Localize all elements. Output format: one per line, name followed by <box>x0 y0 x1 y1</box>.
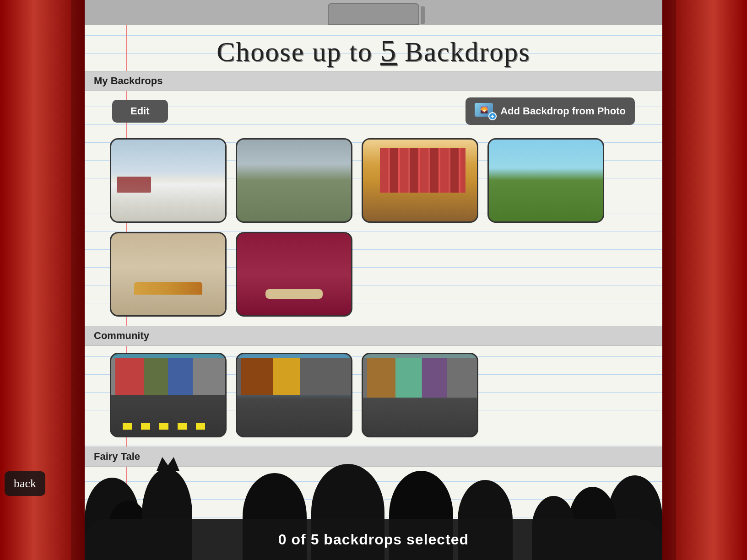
add-backdrop-label: Add Backdrop from Photo <box>500 105 626 117</box>
section-header-fairy-tale: Fairy Tale <box>85 447 662 467</box>
backdrop-red-carpet[interactable] <box>236 232 352 317</box>
status-bar: 0 of 5 backdrops selected <box>85 519 662 560</box>
my-backdrops-grid <box>85 131 662 326</box>
community-street-teal[interactable] <box>362 353 478 437</box>
edit-button[interactable]: Edit <box>112 100 168 123</box>
community-street-yellow[interactable] <box>236 353 352 437</box>
backdrop-wooden-toy[interactable] <box>110 232 227 317</box>
add-backdrop-button[interactable]: 🌄 + Add Backdrop from Photo <box>466 97 635 125</box>
section-header-my-backdrops: My Backdrops <box>85 71 662 91</box>
page-title: Choose up to 5 Backdrops <box>217 32 530 69</box>
backdrop-snow-field[interactable] <box>110 138 227 223</box>
section-header-community: Community <box>85 326 662 346</box>
back-button[interactable]: back <box>5 471 45 496</box>
notebook-content: My Backdrops Edit 🌄 + Add Backdrop from … <box>85 71 662 515</box>
backdrop-indoor-strips[interactable] <box>362 138 478 223</box>
content-area: My Backdrops Edit 🌄 + Add Backdrop from … <box>85 71 662 560</box>
right-curtain <box>662 0 747 560</box>
toolbar-row: Edit 🌄 + Add Backdrop from Photo <box>85 91 662 131</box>
binder-clip-top <box>328 3 419 25</box>
backdrop-green-park[interactable] <box>487 138 604 223</box>
main-area: Choose up to 5 Backdrops My Backdrops Ed… <box>85 0 662 560</box>
community-grid <box>85 346 662 447</box>
backdrop-park-field[interactable] <box>236 138 352 223</box>
bottom-spacer <box>85 469 662 515</box>
add-backdrop-icon-container: 🌄 + <box>475 103 496 119</box>
community-street-red[interactable] <box>110 353 227 437</box>
binder-bar <box>85 0 662 25</box>
title-number: 5 <box>380 33 397 68</box>
binder-clip-side <box>421 6 425 24</box>
plus-icon: + <box>488 112 497 120</box>
selection-status: 0 of 5 backdrops selected <box>278 531 469 548</box>
